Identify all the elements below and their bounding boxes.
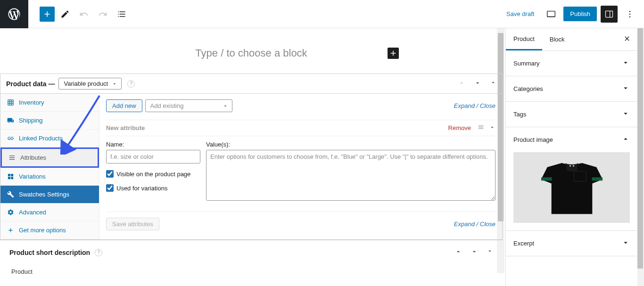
short-desc-help-icon[interactable]: ? [95, 249, 102, 256]
settings-sidebar: Product Block Summary Categories Tags Pr… [505, 28, 637, 286]
attribute-values-textarea[interactable] [206, 150, 495, 201]
svg-rect-0 [547, 11, 555, 16]
product-type-select[interactable]: Variable product [58, 78, 122, 90]
tab-get-more-options[interactable]: Get more options [0, 221, 99, 239]
inline-inserter[interactable] [388, 48, 399, 59]
help-icon[interactable]: ? [127, 80, 135, 88]
attributes-content: Add new Add existing Expand / Close New … [99, 94, 502, 239]
preview-icon[interactable] [543, 6, 560, 23]
chevron-down-icon [621, 84, 630, 94]
settings-toggle[interactable] [601, 6, 618, 23]
sidebar-tab-block[interactable]: Block [542, 29, 572, 49]
save-draft-button[interactable]: Save draft [502, 8, 539, 20]
tabs-sidebar: Inventory Shipping Linked Products Attri… [0, 94, 99, 239]
wordpress-logo[interactable] [0, 0, 28, 28]
sidebar-tabs: Product Block [506, 28, 637, 51]
values-label: Value(s): [206, 141, 495, 148]
close-sidebar-icon[interactable] [617, 28, 637, 50]
tab-advanced[interactable]: Advanced [0, 204, 99, 221]
visible-checkbox[interactable] [106, 170, 114, 178]
top-toolbar: Save draft Publish [0, 0, 644, 28]
new-attribute-header: New attribute Remove [106, 120, 495, 136]
svg-point-4 [629, 10, 631, 12]
svg-rect-8 [541, 177, 552, 180]
product-data-header: Product data — Variable product ? [0, 74, 502, 94]
list-view-icon[interactable] [113, 6, 130, 23]
svg-point-10 [569, 165, 570, 166]
panel-summary-header[interactable]: Summary [506, 51, 637, 76]
product-data-label: Product data — [6, 80, 55, 88]
sidebar-tab-product[interactable]: Product [506, 29, 542, 50]
expand-close-link-bottom[interactable]: Expand / Close [454, 221, 495, 228]
tab-variations[interactable]: Variations [0, 168, 99, 186]
block-placeholder-row: Type / to choose a block [0, 28, 503, 74]
tab-inventory[interactable]: Inventory [0, 94, 99, 112]
panel-product-image: Product image [506, 127, 637, 231]
tab-swatches-settings[interactable]: Swatches Settings [0, 186, 99, 204]
svg-point-11 [572, 165, 574, 166]
short-desc-up-icon[interactable] [454, 248, 462, 257]
short-description-panel: Product short description ? [0, 240, 503, 264]
editor-area: Type / to choose a block Product data — … [0, 28, 503, 286]
panel-summary: Summary [506, 51, 637, 76]
add-existing-select[interactable]: Add existing [145, 99, 232, 112]
expand-close-link[interactable]: Expand / Close [454, 102, 495, 109]
tools-icon[interactable] [57, 6, 74, 23]
add-new-button[interactable]: Add new [106, 99, 142, 112]
chevron-up-icon [621, 135, 630, 145]
name-label: Name: [106, 141, 200, 148]
undo-icon[interactable] [75, 6, 92, 23]
short-desc-down-icon[interactable] [471, 248, 478, 257]
panel-up-icon[interactable] [458, 79, 465, 88]
product-data-body: Inventory Shipping Linked Products Attri… [0, 94, 502, 239]
short-desc-toggles [454, 248, 493, 257]
svg-point-5 [629, 13, 631, 15]
outer-scroll-thumb[interactable] [637, 28, 643, 269]
bottom-product-label: Product [0, 264, 503, 279]
chevron-down-icon [621, 109, 630, 119]
panel-down-icon[interactable] [474, 79, 481, 88]
panel-excerpt: Excerpt [506, 231, 637, 256]
svg-rect-9 [592, 177, 603, 180]
short-desc-label: Product short description [9, 249, 90, 256]
panel-toggles [458, 79, 496, 88]
redo-icon[interactable] [94, 6, 111, 23]
svg-rect-2 [606, 11, 613, 17]
collapse-attr-icon[interactable] [489, 124, 495, 132]
panel-categories: Categories [506, 76, 637, 102]
options-icon[interactable] [621, 6, 638, 23]
save-attributes-button[interactable]: Save attributes [106, 218, 159, 230]
new-attribute-label: New attribute [106, 124, 145, 131]
chevron-down-icon [621, 238, 630, 248]
used-variations-checkbox[interactable] [106, 184, 114, 192]
remove-link[interactable]: Remove [448, 124, 471, 131]
panel-tags-header[interactable]: Tags [506, 102, 637, 127]
attribute-form: Name: Visible on the product page Used f… [106, 136, 495, 202]
block-placeholder-text[interactable]: Type / to choose a block [195, 47, 307, 59]
panel-tags: Tags [506, 102, 637, 127]
short-desc-collapse-icon[interactable] [487, 248, 493, 257]
panel-excerpt-header[interactable]: Excerpt [506, 231, 637, 256]
product-image-preview[interactable] [506, 152, 637, 230]
tab-linked-products[interactable]: Linked Products [0, 130, 99, 147]
svg-point-6 [629, 16, 631, 17]
product-data-panel: Product data — Variable product ? Invent… [0, 74, 503, 240]
toggle-block-inserter[interactable] [40, 7, 55, 22]
attribute-name-input[interactable] [106, 150, 200, 163]
chevron-down-icon [621, 58, 630, 68]
panel-collapse-icon[interactable] [490, 79, 496, 88]
tab-shipping[interactable]: Shipping [0, 112, 99, 130]
used-variations-label: Used for variations [116, 185, 167, 192]
panel-product-image-header[interactable]: Product image [506, 127, 637, 152]
drag-icon[interactable] [478, 124, 484, 132]
tab-attributes[interactable]: Attributes [0, 147, 99, 168]
visible-checkbox-label: Visible on the product page [116, 171, 190, 178]
publish-button[interactable]: Publish [563, 7, 597, 21]
panel-categories-header[interactable]: Categories [506, 76, 637, 101]
